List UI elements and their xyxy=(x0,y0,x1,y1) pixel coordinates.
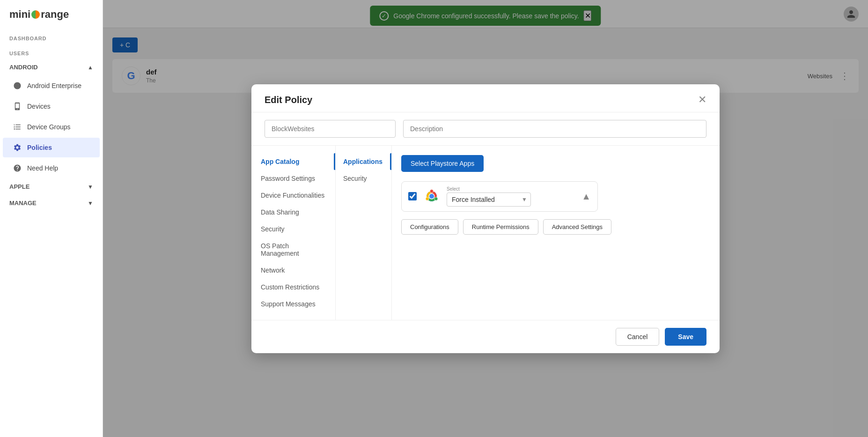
modal-close-button[interactable]: ✕ xyxy=(698,95,706,105)
logo-text: minirange xyxy=(9,8,69,21)
install-type-label: Select xyxy=(447,186,575,192)
manage-label: MANAGE xyxy=(9,200,37,207)
modal-title: Edit Policy xyxy=(265,95,312,105)
svg-point-3 xyxy=(429,194,434,199)
main-content: ✓ Google Chrome configured successfully.… xyxy=(103,0,868,437)
need-help-label: Need Help xyxy=(27,164,58,172)
sidebar: minirange DASHBOARD USERS ANDROID ▲ Andr… xyxy=(0,0,103,437)
device-groups-icon xyxy=(12,122,22,132)
modal-footer: Cancel Save xyxy=(251,320,720,353)
save-button[interactable]: Save xyxy=(665,328,706,346)
sidebar-item-devices[interactable]: Devices xyxy=(3,96,100,116)
modal-nav-item-security[interactable]: Security xyxy=(251,221,335,237)
app-row: Select Force Installed Available Require… xyxy=(401,181,598,212)
configurations-button[interactable]: Configurations xyxy=(401,219,458,235)
chrome-icon xyxy=(423,188,440,205)
dashboard-section-label: DASHBOARD xyxy=(0,29,103,44)
policy-name-input[interactable] xyxy=(265,120,396,138)
modal-body: App Catalog Password Settings Device Fun… xyxy=(251,146,720,320)
modal-nav-item-network[interactable]: Network xyxy=(251,262,335,279)
modal-mid-nav: Applications Security xyxy=(336,146,392,320)
apple-chevron-icon: ▼ xyxy=(88,184,93,190)
android-enterprise-label: Android Enterprise xyxy=(27,82,81,89)
policy-description-input[interactable] xyxy=(403,120,706,138)
app-collapse-button[interactable]: ▲ xyxy=(581,191,591,202)
android-chevron-up-icon: ▲ xyxy=(88,64,93,71)
modal-nav-item-os-patch[interactable]: OS Patch Management xyxy=(251,237,335,262)
cancel-button[interactable]: Cancel xyxy=(616,328,660,346)
modal-overlay: Edit Policy ✕ App Catalog Password Setti… xyxy=(103,0,868,437)
sidebar-item-policies[interactable]: Policies xyxy=(3,138,100,157)
android-enterprise-icon xyxy=(12,81,22,91)
device-groups-label: Device Groups xyxy=(27,123,71,131)
install-type-select[interactable]: Force Installed Available Required Block… xyxy=(447,193,531,207)
select-playstore-button[interactable]: Select Playstore Apps xyxy=(401,155,484,172)
advanced-settings-button[interactable]: Advanced Settings xyxy=(543,219,611,235)
svg-point-6 xyxy=(426,197,429,200)
modal-main-content: Select Playstore Apps xyxy=(392,146,720,320)
sidebar-item-android-enterprise[interactable]: Android Enterprise xyxy=(3,76,100,96)
modal-nav-item-password-settings[interactable]: Password Settings xyxy=(251,170,335,187)
modal-nav-item-custom-restrictions[interactable]: Custom Restrictions xyxy=(251,279,335,296)
modal-inputs-row xyxy=(251,112,720,146)
sidebar-item-device-groups[interactable]: Device Groups xyxy=(3,117,100,137)
android-label: ANDROID xyxy=(9,64,38,71)
app-checkbox[interactable] xyxy=(408,192,417,200)
app-action-buttons: Configurations Runtime Permissions Advan… xyxy=(401,219,710,235)
edit-policy-modal: Edit Policy ✕ App Catalog Password Setti… xyxy=(251,84,720,353)
modal-mid-item-security[interactable]: Security xyxy=(336,170,391,187)
modal-nav-item-app-catalog[interactable]: App Catalog xyxy=(251,153,335,170)
modal-nav-item-data-sharing[interactable]: Data Sharing xyxy=(251,204,335,221)
modal-nav-item-support-messages[interactable]: Support Messages xyxy=(251,296,335,312)
modal-header: Edit Policy ✕ xyxy=(251,84,720,112)
logo: minirange xyxy=(0,0,103,29)
devices-icon xyxy=(12,101,22,111)
users-section-label: USERS xyxy=(0,44,103,59)
apple-section-header[interactable]: APPLE ▼ xyxy=(0,178,103,195)
manage-section-header[interactable]: MANAGE ▼ xyxy=(0,195,103,211)
modal-mid-item-applications[interactable]: Applications xyxy=(336,153,391,170)
sidebar-item-need-help[interactable]: Need Help xyxy=(3,158,100,178)
svg-point-4 xyxy=(430,190,433,193)
policies-icon xyxy=(12,142,22,153)
apple-label: APPLE xyxy=(9,183,29,190)
need-help-icon xyxy=(12,163,22,173)
modal-nav-item-device-functionalities[interactable]: Device Functionalities xyxy=(251,187,335,204)
svg-point-5 xyxy=(434,197,438,200)
modal-left-nav: App Catalog Password Settings Device Fun… xyxy=(251,146,336,320)
android-section-header[interactable]: ANDROID ▲ xyxy=(0,59,103,75)
manage-chevron-icon: ▼ xyxy=(88,200,93,207)
runtime-permissions-button[interactable]: Runtime Permissions xyxy=(463,219,538,235)
policies-label: Policies xyxy=(27,144,52,151)
install-type-wrapper: Select Force Installed Available Require… xyxy=(447,186,575,207)
devices-label: Devices xyxy=(27,103,51,110)
